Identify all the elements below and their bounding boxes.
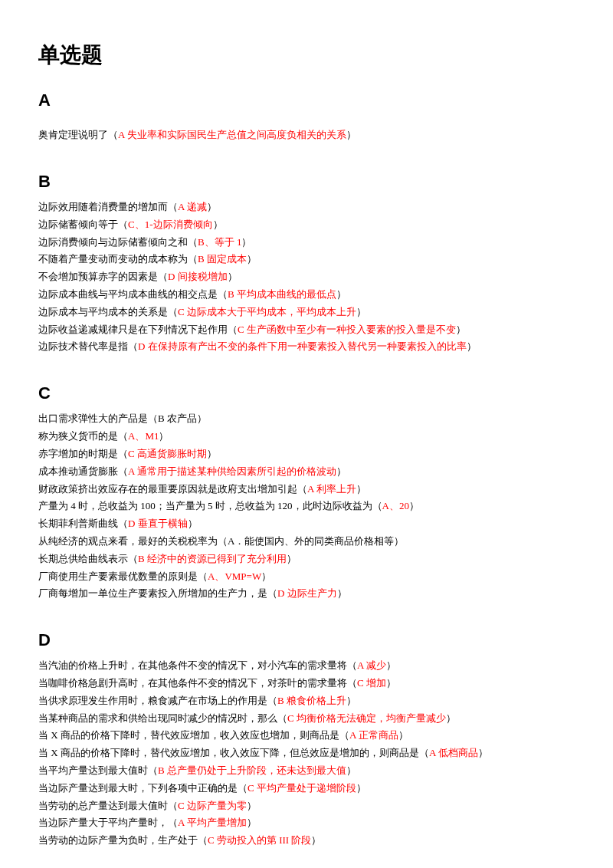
qa-item: 奥肯定理说明了（A 失业率和实际国民生产总值之间高度负相关的关系） bbox=[38, 127, 575, 143]
qa-item: 长期菲利普斯曲线（D 垂直于横轴） bbox=[38, 516, 575, 532]
qa-item: 当供求原理发生作用时，粮食减产在市场上的作用是（B 粮食价格上升） bbox=[38, 693, 575, 709]
qa-item: 出口需求弹性大的产品是（B 农产品） bbox=[38, 411, 575, 427]
qa-item: 边际成本与平均成本的关系是（C 边际成本大于平均成本，平均成本上升） bbox=[38, 304, 575, 321]
qa-item: 当 X 商品的价格下降时，替代效应增加，收入效应下降，但总效应是增加的，则商品是… bbox=[38, 745, 575, 761]
qa-item: 边际储蓄倾向等于（C、1-边际消费倾向） bbox=[38, 217, 575, 233]
qa-item: 当边际产量达到最大时，下列各项中正确的是（C 平均产量处于递增阶段） bbox=[38, 781, 575, 797]
section-c-heading: C bbox=[38, 380, 575, 406]
qa-item: 产量为 4 时，总收益为 100；当产量为 5 时，总收益为 120，此时边际收… bbox=[38, 498, 575, 515]
qa-item: 边际效用随着消费量的增加而（A 递减） bbox=[38, 199, 575, 215]
qa-item: 当某种商品的需求和供给出现同时减少的情况时，那么（C 均衡价格无法确定，均衡产量… bbox=[38, 711, 575, 727]
qa-item: 称为狭义货币的是（A、M1） bbox=[38, 429, 575, 445]
qa-item: 厂商使用生产要素最优数量的原则是（A、VMP=W） bbox=[38, 569, 575, 585]
qa-item: 边际收益递减规律只是在下列情况下起作用（C 生产函数中至少有一种投入要素的投入量… bbox=[38, 322, 575, 338]
qa-item: 财政政策挤出效应存在的最重要原因就是政府支出增加引起（A 利率上升） bbox=[38, 482, 575, 498]
qa-item: 赤字增加的时期是（C 高通货膨胀时期） bbox=[38, 446, 575, 462]
section-a-heading: A bbox=[38, 87, 575, 113]
qa-item: 从纯经济的观点来看，最好的关税税率为（A．能使国内、外的同类商品价格相等） bbox=[38, 534, 575, 550]
qa-item: 不会增加预算赤字的因素是（D 间接税增加） bbox=[38, 269, 575, 285]
qa-item: 边际消费倾向与边际储蓄倾向之和（B、等于 1） bbox=[38, 235, 575, 251]
qa-item: 当劳动的边际产量为负时，生产处于（C 劳动投入的第 III 阶段） bbox=[38, 833, 575, 849]
qa-item: 成本推动通货膨胀（A 通常用于描述某种供给因素所引起的价格波动） bbox=[38, 464, 575, 480]
qa-item: 当平均产量达到最大值时（B 总产量仍处于上升阶段，还未达到最大值） bbox=[38, 763, 575, 779]
section-b-heading: B bbox=[38, 168, 575, 195]
section-d-heading: D bbox=[38, 626, 575, 653]
qa-item: 当汽油的价格上升时，在其他条件不变的情况下，对小汽车的需求量将（A 减少） bbox=[38, 658, 575, 674]
qa-item: 长期总供给曲线表示（B 经济中的资源已得到了充分利用） bbox=[38, 551, 575, 567]
document-title: 单选题 bbox=[38, 38, 575, 73]
qa-item: 边际技术替代率是指（D 在保持原有产出不变的条件下用一种要素投入替代另一种要素投… bbox=[38, 339, 575, 355]
qa-item: 当劳动的总产量达到最大值时（C 边际产量为零） bbox=[38, 798, 575, 814]
qa-item: 厂商每增加一单位生产要素投入所增加的生产力，是（D 边际生产力） bbox=[38, 586, 575, 602]
qa-item: 不随着产量变动而变动的成本称为（B 固定成本） bbox=[38, 252, 575, 268]
qa-item: 当 X 商品的价格下降时，替代效应增加，收入效应也增加，则商品是（A 正常商品） bbox=[38, 728, 575, 744]
qa-item: 当咖啡价格急剧升高时，在其他条件不变的情况下，对茶叶的需求量将（C 增加） bbox=[38, 676, 575, 692]
qa-item: 当边际产量大于平均产量时，（A 平均产量增加） bbox=[38, 815, 575, 831]
qa-item: 边际成本曲线与平均成本曲线的相交点是（B 平均成本曲线的最低点） bbox=[38, 287, 575, 303]
